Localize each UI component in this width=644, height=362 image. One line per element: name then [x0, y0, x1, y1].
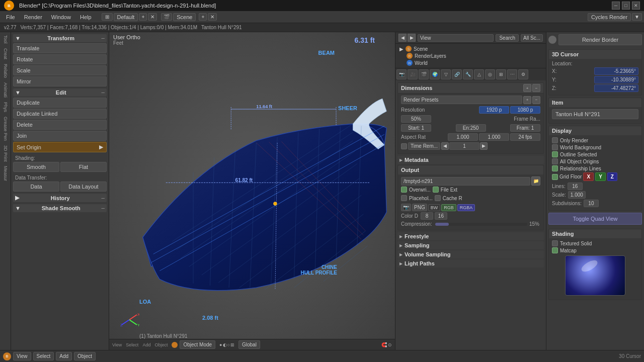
minimize-button[interactable]: ─ — [612, 2, 620, 10]
output-header[interactable]: Output — [398, 165, 543, 174]
layout-add[interactable]: + — [139, 13, 147, 21]
tab-3d-printing[interactable]: 3D Print — [3, 143, 8, 164]
viewport[interactable]: User Ortho Feet 6.31 ft — [109, 32, 395, 350]
frame-end-value[interactable]: En:250 — [456, 124, 486, 132]
mirror-button[interactable]: Mirror — [13, 76, 107, 86]
proportional-icon[interactable]: ⊙ — [388, 342, 392, 347]
frame-rate-value[interactable]: 24 fps — [510, 133, 540, 141]
engine-arrow[interactable]: ▼ — [632, 13, 642, 21]
texture-props-icon[interactable]: ⊞ — [496, 69, 506, 79]
layout-close[interactable]: ✕ — [148, 13, 157, 21]
file-ext-checkbox[interactable] — [433, 187, 439, 193]
shading-thumbnail[interactable] — [565, 255, 625, 296]
dimensions-header[interactable]: Dimensions + − — [398, 83, 543, 94]
time-rem-value[interactable]: Time Rem... — [408, 142, 440, 150]
display-header[interactable]: Display — [549, 126, 641, 135]
close-button[interactable]: ✕ — [632, 2, 640, 10]
search-button[interactable]: Search — [496, 34, 519, 42]
camera-props-icon[interactable]: 📷 — [396, 69, 407, 79]
outline-selected-checkbox[interactable] — [552, 151, 558, 157]
tab-grease-pencil[interactable]: Grease Pen — [3, 115, 8, 143]
viewport-select-btn[interactable]: Select — [126, 342, 138, 347]
world-item[interactable]: W World — [398, 59, 543, 66]
menu-file[interactable]: File — [2, 13, 19, 21]
tab-relations[interactable]: Relatio — [3, 62, 8, 80]
bottom-view-btn[interactable]: View — [13, 352, 31, 360]
scene-props-icon[interactable]: 🎬 — [419, 69, 429, 79]
menu-window[interactable]: Window — [47, 13, 75, 21]
snap-icon[interactable]: 🧲 — [381, 342, 387, 347]
object-mode-selector[interactable]: Object Mode — [180, 340, 215, 349]
grid-z-btn[interactable]: Z — [607, 172, 617, 181]
overwrite-checkbox[interactable] — [401, 187, 407, 193]
cursor-z-value[interactable]: -47.48272° — [594, 84, 638, 92]
only-render-checkbox[interactable] — [552, 137, 558, 143]
data-layout-button[interactable]: Data Layout — [60, 182, 107, 192]
subdivisions-value[interactable]: 10 — [584, 200, 599, 207]
edit-header[interactable]: ▼ Edit ─ — [13, 88, 107, 97]
all-origins-checkbox[interactable] — [552, 158, 558, 164]
data-button[interactable]: Data — [13, 182, 59, 192]
bottom-object-btn[interactable]: Object — [74, 352, 96, 360]
color-depth-16[interactable]: 16 — [435, 212, 447, 220]
aspect-y-value[interactable]: 1.000 — [479, 133, 509, 141]
viewport-icon-3[interactable]: ○ — [227, 342, 230, 347]
particles-props-icon[interactable]: ⋯ — [507, 69, 517, 79]
metadata-header[interactable]: ▶ Metadata — [397, 156, 544, 164]
viewport-icon-2[interactable]: ◐ — [223, 342, 227, 347]
viewport-icon-1[interactable]: ● — [219, 342, 222, 347]
matcap-checkbox[interactable] — [552, 247, 558, 253]
bottom-select-btn[interactable]: Select — [33, 352, 54, 360]
modifier-props-icon[interactable]: 🔧 — [463, 69, 473, 79]
flat-button[interactable]: Flat — [60, 162, 107, 172]
physics-props-icon[interactable]: ⚙ — [518, 69, 528, 79]
output-path-input[interactable] — [401, 177, 530, 186]
grid-floor-checkbox[interactable] — [552, 174, 558, 180]
time-check[interactable] — [401, 143, 407, 149]
transform-mode[interactable]: Global — [238, 340, 260, 349]
textured-solid-checkbox[interactable] — [552, 240, 558, 246]
scene-add[interactable]: + — [199, 13, 207, 21]
render-props-icon[interactable]: 🎥 — [408, 69, 418, 79]
compression-bar[interactable] — [435, 223, 527, 226]
constraint-props-icon[interactable]: 🔗 — [452, 69, 462, 79]
tab-physics[interactable]: Phys — [3, 100, 8, 114]
render-layers-item[interactable]: R RenderLayers — [398, 52, 543, 59]
bottom-add-btn[interactable]: Add — [56, 352, 72, 360]
data-props-icon[interactable]: △ — [474, 69, 484, 79]
sampling-header[interactable]: ▶ Sampling — [397, 241, 544, 249]
res-y-value[interactable]: 1080 p — [510, 106, 540, 114]
duplicate-linked-button[interactable]: Duplicate Linked — [13, 109, 107, 119]
engine-selector[interactable]: Cycles Render — [588, 13, 631, 21]
render-border-btn[interactable]: Render Border — [558, 34, 642, 45]
viewport-icon-4[interactable]: ⊞ — [230, 342, 234, 347]
relationship-lines-checkbox[interactable] — [552, 165, 558, 171]
tab-animation[interactable]: Animati — [3, 80, 8, 100]
color-depth-8[interactable]: 8 — [421, 212, 433, 220]
cache-r-checkbox[interactable] — [435, 195, 441, 201]
grid-y-btn[interactable]: Y — [595, 172, 606, 181]
scene-item[interactable]: ▶ S Scene — [398, 45, 543, 52]
smooth-button[interactable]: Smooth — [13, 162, 59, 172]
volume-sampling-header[interactable]: ▶ Volume Sampling — [397, 250, 544, 258]
render-presets-select[interactable]: Render Presets — [401, 96, 522, 104]
step-right[interactable]: ▶ — [480, 142, 488, 150]
cursor-x-value[interactable]: -5.23665° — [594, 67, 638, 75]
dims-remove-btn[interactable]: − — [532, 84, 540, 92]
step-value[interactable]: 1 — [449, 142, 479, 150]
cursor-y-value[interactable]: -10.30889° — [594, 76, 638, 83]
set-origin-button[interactable]: Set Origin ▶ — [13, 142, 107, 152]
light-paths-header[interactable]: ▶ Light Paths — [397, 259, 544, 267]
item-header[interactable]: Item — [549, 98, 641, 107]
placeholder-checkbox[interactable] — [401, 195, 407, 201]
browse-file-btn[interactable]: 📁 — [531, 176, 540, 186]
rgba-btn[interactable]: RGBA — [457, 204, 475, 211]
world-props-icon[interactable]: 🌍 — [430, 69, 440, 79]
toggle-quad-btn[interactable]: Toggle Quad View — [548, 213, 642, 225]
rotate-button[interactable]: Rotate — [13, 54, 107, 64]
layout-selector[interactable]: Default — [114, 13, 138, 21]
scene-selector[interactable]: Scene — [173, 13, 196, 21]
menu-render[interactable]: Render — [20, 13, 46, 21]
bw-btn[interactable]: BW — [428, 204, 441, 211]
cursor-header[interactable]: 3D Cursor — [549, 50, 641, 59]
